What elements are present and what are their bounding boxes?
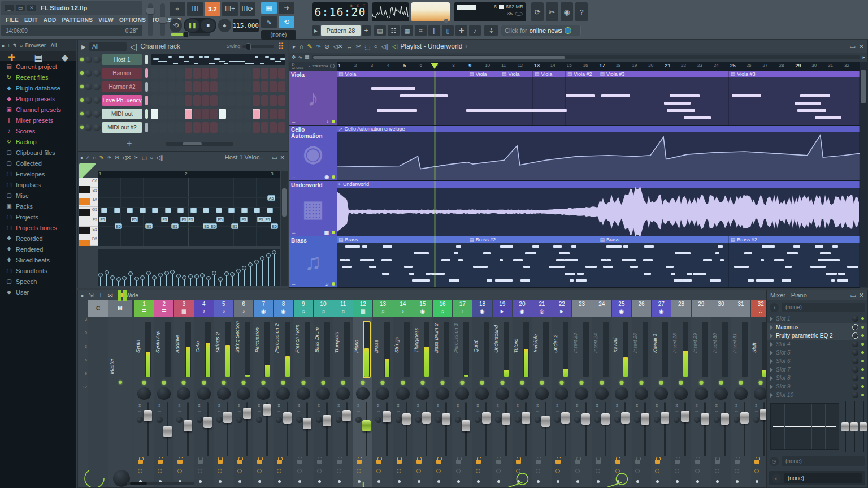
pan-knob[interactable] [85,56,92,63]
note[interactable] [190,208,197,213]
clip-name-bar[interactable]: ▤Brass #2 [467,236,598,243]
pause-button[interactable]: ❚❚ [185,19,199,32]
snap-magnet-icon[interactable]: ∩ [93,154,97,161]
clip-name-bar[interactable]: ▤Viola [337,71,467,77]
channel-rack-titlebar[interactable]: ▸ All ◁ Channel rack Swing ⠿ [78,40,288,53]
slot-mix-knob[interactable] [852,341,858,347]
clip-brass--2[interactable]: ▤Brass #2 [729,236,860,287]
main-volume-slider[interactable] [148,3,153,36]
step-2[interactable] [159,109,167,119]
step-15[interactable] [270,109,277,119]
track-enable-led[interactable] [332,231,335,234]
velocity-handle[interactable] [124,279,125,286]
countdown-display[interactable]: 3.2 [205,2,220,16]
clip-viola--3[interactable]: ▤Viola #3 [729,71,860,125]
note-F5[interactable]: F5 [131,217,138,222]
velocity-handle[interactable] [142,278,143,286]
effect-slot-5[interactable]: Slot 5 [767,348,867,357]
channel-filter-dropdown[interactable]: All [89,42,127,51]
note[interactable] [114,208,120,213]
note-E5[interactable]: E5 [271,223,278,229]
black-key[interactable] [79,240,90,246]
maximize-icon[interactable]: ▭ [272,154,277,161]
step-14[interactable] [261,122,268,133]
velocity-handle[interactable] [178,277,179,286]
track-dots[interactable]: ... [292,119,296,124]
note-E5[interactable]: E5 [231,223,238,229]
step-5[interactable] [185,81,192,92]
slot-mix-knob[interactable] [852,375,858,381]
close-icon[interactable]: ✕ [859,292,864,299]
browser-header[interactable]: ▸ ↑ ↰ ○ Browser - All [0,40,76,51]
move-icon[interactable]: ✥ [292,54,296,60]
step-9[interactable] [219,109,226,119]
velocity-handle[interactable] [112,278,113,286]
recording-icon[interactable]: ⟳ [531,2,544,21]
note[interactable] [254,208,260,213]
step-14[interactable] [261,95,268,106]
volume-knob[interactable] [93,97,101,104]
project-info-icon[interactable]: ▯ [442,25,454,36]
velocity-handle[interactable] [154,278,155,286]
slot-mix-knob[interactable] [852,358,858,364]
menu-patterns[interactable]: PATTERNS [62,17,93,23]
step-5[interactable] [185,109,192,119]
clip-name-bar[interactable]: ↗Cello Automation envelope [337,126,860,132]
close-button[interactable]: ✕ [27,5,36,11]
velocity-handle[interactable] [238,271,239,286]
step-1[interactable] [151,109,158,119]
track-lane[interactable]: ≈Underworld [337,181,860,236]
browser-item-collected[interactable]: ▢Collected [0,158,76,169]
menu-edit[interactable]: EDIT [24,17,38,23]
select-icon[interactable]: ⬚ [141,154,146,161]
velocity-handle[interactable] [250,265,251,286]
step-8[interactable] [210,95,218,106]
track-dots[interactable]: ... [292,230,296,235]
step-16[interactable] [278,109,285,119]
black-key[interactable] [79,186,90,193]
step-16[interactable] [278,68,285,79]
step-6[interactable] [193,68,201,79]
channel-button[interactable]: Host 1 [102,54,142,65]
velocity-handle[interactable] [184,278,185,286]
browser-item-scores[interactable]: ♪Scores [0,126,76,136]
clip-name-bar[interactable]: ▤Brass #2 [729,236,860,243]
clip-underworld[interactable]: ≈Underworld [337,181,860,236]
channel-button[interactable]: Love Ph..uency [102,95,142,106]
main-pitch-slider[interactable] [160,3,165,36]
note-F5[interactable]: F5 [99,217,106,222]
step-13[interactable] [253,95,260,106]
browser-tab-all-icon[interactable]: ✚ [8,52,15,60]
velocity-handle[interactable] [220,280,221,286]
step-16[interactable] [278,95,285,106]
browser-item-plugin-database[interactable]: ◆Plugin database [0,83,76,93]
slot-enable-led[interactable] [861,334,864,337]
track-enable-led[interactable] [332,120,335,123]
slot-mix-knob[interactable] [852,332,858,339]
proll-vscrollbar[interactable] [281,171,288,286]
step-4[interactable] [176,68,184,79]
clip-viola--3[interactable]: ▤Viola #3 [598,71,729,125]
velocity-handle[interactable] [130,274,131,286]
note[interactable] [101,208,107,213]
close-icon[interactable]: ✕ [859,43,864,50]
pattern-prev-button[interactable]: ▸ [312,25,320,36]
step-5[interactable] [185,95,192,106]
pan-knob[interactable] [85,70,92,77]
plugin-picker-icon[interactable]: ✚ [455,25,467,36]
step-1[interactable] [151,95,158,106]
playlist-timeline[interactable]: Z-CROSS• STRETCH 12345678910111213141516… [289,62,860,71]
eq-preview[interactable] [770,403,839,450]
slice-icon[interactable]: ✂ [356,43,361,50]
track-header[interactable]: Viola♪...♪ [289,71,337,126]
mute-indicator[interactable] [145,123,148,132]
playlist-hscrollbar[interactable] [312,55,861,59]
effect-slot-3[interactable]: Fruity parametric EQ 2 [767,331,867,340]
slot-mix-knob[interactable] [852,324,858,330]
note-F5[interactable]: F5 [161,217,168,222]
volume-knob[interactable] [93,83,101,90]
song-loop-icon[interactable]: ⟲ [170,19,182,32]
effect-slot-7[interactable]: Slot 7 [767,365,867,374]
maximize-icon[interactable]: ▭ [849,43,855,50]
step-10[interactable] [227,109,235,119]
